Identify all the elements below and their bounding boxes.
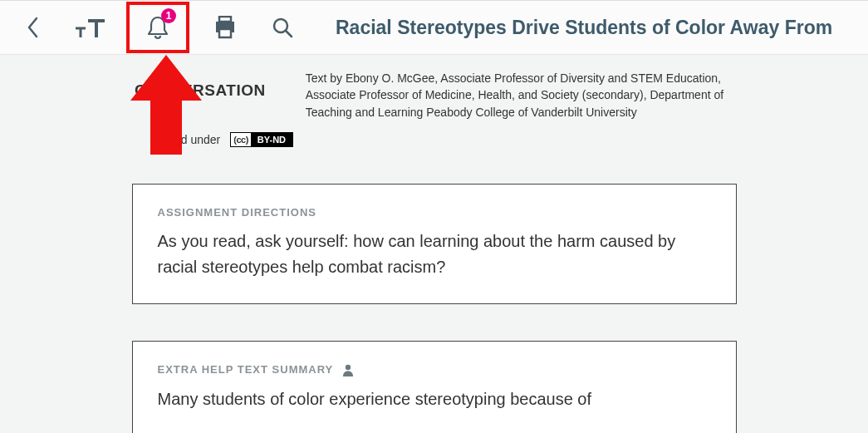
card-label: ASSIGNMENT DIRECTIONS [158, 206, 711, 219]
extra-help-card: EXTRA HELP TEXT SUMMARY Many students of… [132, 341, 737, 433]
license-badge[interactable]: (cc) BY-ND [230, 132, 293, 147]
notifications-button[interactable]: 1 [126, 2, 189, 53]
print-button[interactable] [193, 2, 257, 52]
chevron-left-icon [27, 17, 40, 38]
print-icon [213, 16, 238, 39]
person-icon [341, 363, 355, 376]
svg-point-4 [346, 365, 351, 370]
card-label: EXTRA HELP TEXT SUMMARY [158, 363, 711, 376]
license-prefix: ed under [174, 133, 220, 146]
text-size-icon [75, 16, 106, 39]
byline-text: Text by Ebony O. McGee, Associate Profes… [306, 70, 746, 121]
search-icon [272, 17, 293, 38]
assignment-directions-card: ASSIGNMENT DIRECTIONS As you read, ask y… [132, 184, 737, 304]
notification-badge: 1 [161, 8, 176, 23]
text-size-button[interactable] [58, 2, 123, 52]
svg-rect-1 [219, 29, 231, 37]
search-button[interactable] [257, 2, 307, 52]
card-body: Many students of color experience stereo… [158, 386, 711, 412]
card-body: As you read, ask yourself: how can learn… [158, 229, 711, 280]
back-button[interactable] [8, 2, 58, 52]
page-title: Racial Stereotypes Drive Students of Col… [336, 17, 832, 39]
svg-rect-0 [219, 17, 231, 22]
source-logo: CONVERSATION [135, 81, 266, 100]
toolbar: 1 Racial Stereotypes Drive Students of C… [0, 0, 868, 55]
license-row: ed under (cc) BY-ND [174, 132, 868, 147]
content-area: CONVERSATION Text by Ebony O. McGee, Ass… [0, 55, 868, 433]
source-block: CONVERSATION Text by Ebony O. McGee, Ass… [135, 55, 868, 121]
svg-line-3 [286, 31, 292, 37]
